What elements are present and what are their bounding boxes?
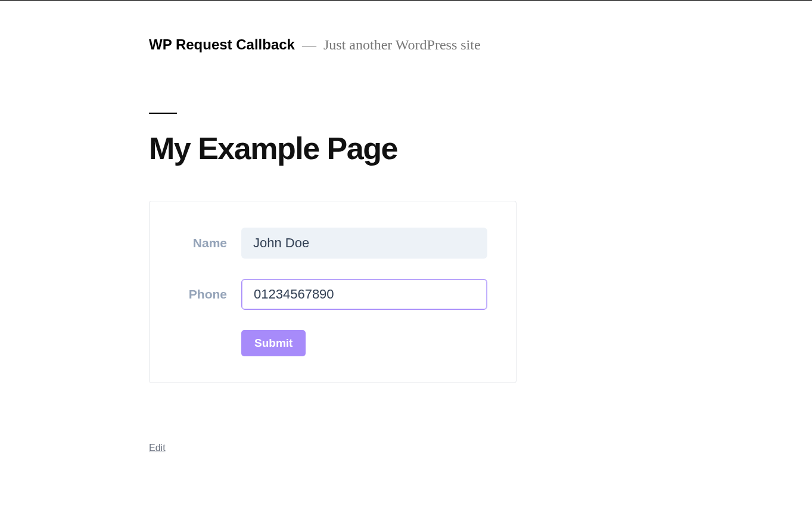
page-title: My Example Page — [149, 130, 643, 166]
name-label: Name — [178, 236, 241, 250]
callback-form-card: Name Phone Submit — [149, 201, 517, 383]
name-input[interactable] — [241, 228, 487, 259]
site-title[interactable]: WP Request Callback — [149, 36, 295, 53]
phone-input[interactable] — [241, 279, 487, 310]
submit-button[interactable]: Submit — [241, 330, 306, 356]
name-row: Name — [178, 228, 487, 259]
submit-row: Submit — [178, 330, 487, 356]
site-header: WP Request Callback — Just another WordP… — [149, 36, 643, 53]
title-rule — [149, 113, 177, 114]
phone-label: Phone — [178, 287, 241, 301]
phone-row: Phone — [178, 279, 487, 310]
edit-link[interactable]: Edit — [149, 443, 166, 453]
site-tagline: Just another WordPress site — [323, 37, 481, 53]
title-separator: — — [302, 37, 316, 53]
